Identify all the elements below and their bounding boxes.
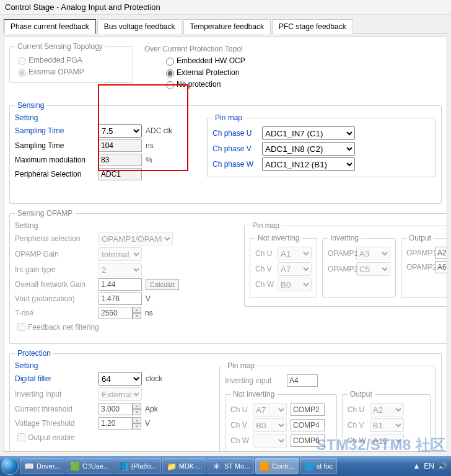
noninv-u-select: A1 bbox=[278, 247, 312, 260]
label-ocp-embedded: Embedded HW OCP bbox=[177, 56, 245, 65]
periph-sel-label: Peripheral Selection bbox=[15, 170, 99, 178]
sampling-time-ns-label: Sampling Time bbox=[15, 141, 99, 150]
prot-invin-label: Inverting input bbox=[225, 376, 287, 385]
taskbar-item[interactable]: ✳ST Mo... bbox=[208, 458, 254, 474]
prot-noninv-head: Not inverting bbox=[230, 390, 277, 399]
ocp-legend: Over Current Protection Topol bbox=[144, 45, 262, 53]
prot-noninv-u-select: A7 bbox=[253, 403, 287, 416]
prot-chw-label: Ch W bbox=[230, 436, 249, 445]
tab-panel: Current Sensing Topology Embedded PGA Ex… bbox=[4, 37, 447, 452]
net-gain-label: Overall Network Gain bbox=[15, 280, 99, 289]
taskbar-item[interactable]: 📘(Platfo... bbox=[115, 458, 161, 474]
ch-phase-v-label: Ch phase V bbox=[212, 144, 262, 153]
max-mod-label: Maximum modulation bbox=[15, 156, 99, 164]
taskbar-item[interactable]: 📁MDK-... bbox=[162, 458, 206, 474]
prot-chv-label: Ch V bbox=[230, 421, 249, 430]
trise-unit: ns bbox=[145, 309, 153, 317]
tab-bus-voltage[interactable]: Bus voltage feedback bbox=[97, 19, 182, 34]
trise-field bbox=[99, 307, 133, 319]
dfilter-select[interactable]: 64 bbox=[99, 372, 142, 386]
window-title: Control Stage - Analog Input and Protect… bbox=[0, 0, 451, 15]
taskbar-item[interactable]: 🟩C:\Use... bbox=[66, 458, 113, 474]
dfilter-unit: clock bbox=[146, 374, 162, 383]
inv1-label: OPAMP1 bbox=[328, 249, 352, 258]
tray-speaker-icon[interactable]: 🔊 bbox=[438, 462, 447, 470]
task-icon: 🟩 bbox=[70, 461, 80, 471]
task-icon: 🌐 bbox=[304, 461, 314, 471]
taskbar-item[interactable]: 🟧Contr... bbox=[255, 458, 298, 474]
calculate-button: Calculat bbox=[146, 279, 179, 290]
dfilter-label: Digital filter bbox=[15, 374, 99, 383]
opamp-setting-legend: Setting bbox=[15, 221, 38, 230]
prot-chu-label: Ch U bbox=[230, 405, 249, 414]
vout-field bbox=[99, 293, 142, 305]
opamp-gain-label: OPAMP Gain bbox=[15, 250, 99, 258]
task-label: (Platfo... bbox=[131, 462, 157, 470]
label-ocp-external: External Protection bbox=[177, 68, 239, 77]
cthr-spin-down: ▼ bbox=[133, 409, 141, 415]
inv2-select: C5 bbox=[356, 262, 390, 276]
ch-phase-v-select[interactable]: ADC1_IN8 (C2) bbox=[262, 142, 355, 156]
trise-label: T-rise bbox=[15, 309, 99, 317]
prot-out-head: Output bbox=[348, 390, 375, 399]
ch-phase-u-label: Ch phase U bbox=[212, 129, 262, 138]
label-ocp-none: No protection bbox=[177, 80, 221, 89]
cthr-unit: Apk bbox=[145, 405, 158, 413]
vthr-spin-down: ▼ bbox=[133, 423, 141, 430]
sensing-legend: Sensing bbox=[15, 101, 46, 110]
prot-pinmap-legend: Pin map bbox=[225, 361, 257, 370]
tray-chevron-icon[interactable]: ▲ bbox=[413, 462, 420, 470]
tab-temperature[interactable]: Temperature feedback bbox=[183, 19, 271, 34]
prot-noninv-v-select: B0 bbox=[253, 418, 287, 432]
out2-field bbox=[435, 261, 447, 273]
periph-sel-field bbox=[99, 168, 142, 180]
radio-ocp-none[interactable] bbox=[166, 81, 174, 89]
sampling-time-select[interactable]: 7.5 bbox=[99, 124, 142, 138]
task-label: C:\Use... bbox=[82, 462, 109, 470]
prot-invin-field bbox=[287, 374, 318, 387]
radio-ocp-external[interactable] bbox=[166, 69, 174, 77]
vthr-unit: V bbox=[145, 419, 150, 428]
out-head: Output bbox=[406, 234, 434, 242]
vout-unit: V bbox=[146, 294, 151, 303]
taskbar: 📖Driver...🟩C:\Use...📘(Platfo...📁MDK-...✳… bbox=[0, 456, 451, 476]
sensing-pinmap-legend: Pin map bbox=[212, 113, 245, 122]
task-icon: ✳ bbox=[212, 461, 222, 471]
task-icon: 📁 bbox=[167, 461, 177, 471]
taskbar-item[interactable]: 🌐st foc bbox=[300, 458, 337, 474]
noninv-w-select: B0 bbox=[278, 278, 312, 291]
vthr-field bbox=[99, 417, 133, 430]
ch-phase-w-select[interactable]: ADC1_IN12 (B1) bbox=[262, 157, 355, 171]
tab-pfc-stage[interactable]: PFC stage feedback bbox=[272, 19, 353, 34]
radio-embedded-pga bbox=[18, 57, 26, 65]
prot-setting-legend: Setting bbox=[15, 361, 38, 370]
inv1-select: A3 bbox=[356, 247, 390, 260]
opamp-group: Sensing OPAMP Setting Peripheral selecti… bbox=[9, 209, 447, 344]
sampling-time-ns-unit: ns bbox=[146, 141, 154, 150]
task-label: Driver... bbox=[37, 462, 60, 470]
system-tray[interactable]: ▲ EN 🔊 bbox=[413, 462, 450, 470]
invin-label: Inverting input bbox=[15, 390, 99, 399]
radio-ocp-embedded[interactable] bbox=[166, 58, 174, 66]
sensing-setting-legend: Setting bbox=[15, 113, 38, 122]
task-icon: 🟧 bbox=[260, 461, 269, 471]
topology-legend: Current Sensing Topology bbox=[15, 42, 105, 51]
taskbar-item[interactable]: 📖Driver... bbox=[20, 458, 64, 474]
opamp-gain-select: Internal bbox=[99, 247, 142, 261]
watermark: STM32/STM8 社区 bbox=[317, 435, 446, 455]
protection-legend: Protection bbox=[15, 349, 53, 358]
tab-phase-current[interactable]: Phase current feedback bbox=[4, 19, 96, 34]
prot-noninv-w-select bbox=[253, 434, 287, 447]
ch-phase-u-select[interactable]: ADC1_IN7 (C1) bbox=[262, 126, 355, 140]
ch-v-label: Ch V bbox=[255, 265, 274, 273]
opamp-pinmap-legend: Pin map bbox=[250, 221, 282, 230]
start-button[interactable] bbox=[1, 457, 19, 475]
inv2-label: OPAMP2 bbox=[328, 265, 352, 273]
out2-label: OPAMP2 bbox=[406, 263, 431, 271]
sampling-time-unit: ADC clk bbox=[146, 126, 172, 135]
prot-out-chu-label: Ch U bbox=[348, 405, 366, 414]
cthr-spin-up: ▲ bbox=[133, 403, 141, 409]
comp-u-field bbox=[291, 403, 325, 416]
tray-lang[interactable]: EN bbox=[424, 462, 434, 470]
trise-spin-up: ▲ bbox=[133, 307, 141, 313]
